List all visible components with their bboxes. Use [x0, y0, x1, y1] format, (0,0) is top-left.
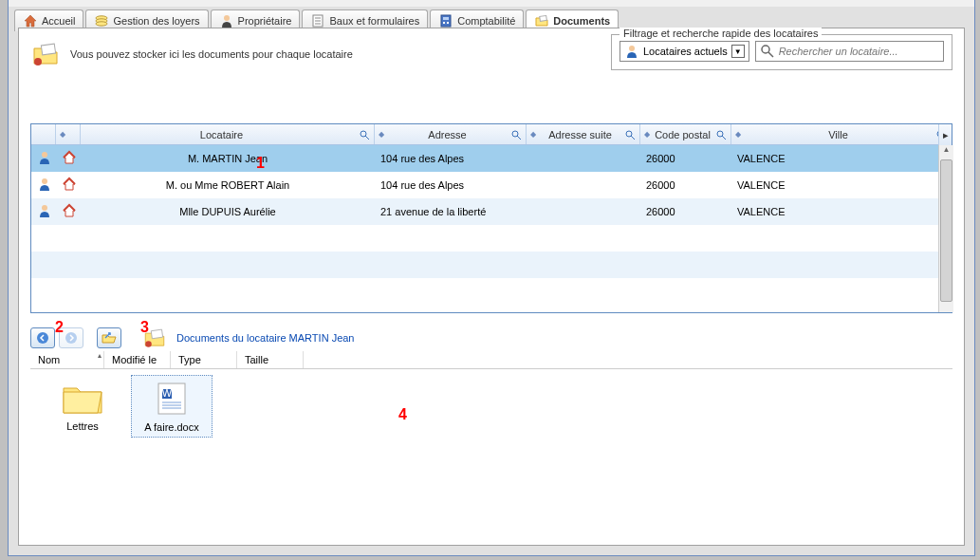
nav-back-button[interactable] — [30, 327, 55, 348]
folder-icon — [60, 379, 105, 417]
svg-text:W: W — [162, 387, 173, 399]
svg-line-17 — [768, 52, 773, 57]
filter-box: Filtrage et recherche rapide des locatai… — [611, 34, 952, 70]
scroll-up-icon[interactable]: ▲ — [939, 145, 953, 159]
tab-label: Propriétaire — [238, 15, 292, 27]
svg-rect-33 — [151, 329, 162, 339]
svg-point-3 — [224, 15, 230, 21]
search-icon[interactable] — [359, 129, 370, 140]
svg-point-15 — [629, 46, 635, 51]
dropdown-value: Locataires actuels — [643, 46, 728, 57]
svg-rect-9 — [443, 17, 449, 20]
svg-rect-13 — [41, 44, 55, 55]
svg-point-14 — [34, 58, 42, 65]
col-ville[interactable]: ◆Ville — [731, 124, 952, 144]
user-icon — [37, 150, 52, 165]
svg-rect-10 — [443, 22, 445, 24]
money-icon — [94, 13, 109, 28]
file-item-label: Lettres — [46, 420, 120, 432]
search-icon — [760, 44, 775, 59]
table-row-empty — [31, 252, 952, 278]
search-icon[interactable] — [715, 129, 727, 140]
word-doc-icon: W — [149, 380, 194, 418]
svg-point-29 — [42, 178, 47, 184]
form-icon — [310, 13, 325, 28]
svg-point-30 — [42, 205, 47, 211]
documents-path-title: Documents du locataire MARTIN Jean — [176, 332, 355, 344]
home-icon — [23, 13, 38, 28]
content-pane: Vous pouvez stocker ici les documents po… — [18, 28, 965, 546]
table-row[interactable]: Mlle DUPUIS Aurélie 21 avenue de la libe… — [31, 198, 952, 225]
nav-forward-button[interactable] — [59, 327, 83, 348]
app-window: Accueil Gestion des loyers Propriétaire … — [8, 0, 975, 556]
search-box[interactable] — [755, 41, 944, 62]
svg-line-23 — [631, 136, 635, 140]
tab-label: Gestion des loyers — [113, 15, 199, 27]
col-icon1[interactable] — [31, 124, 56, 144]
arrow-right-icon — [64, 330, 79, 345]
col-adresse-suite[interactable]: ◆Adresse suite — [527, 124, 640, 144]
col-modifie[interactable]: Modifié le — [104, 351, 171, 368]
open-folder-icon — [101, 330, 118, 345]
svg-rect-11 — [447, 22, 449, 24]
svg-point-28 — [42, 152, 47, 158]
user-icon — [37, 177, 52, 192]
documents-pane: Documents du locataire MARTIN Jean Nom M… — [30, 325, 952, 539]
grid-header: ◆ Locataire ◆Adresse ◆Adresse suite ◆Cod… — [31, 124, 952, 145]
filter-title: Filtrage et recherche rapide des locatai… — [619, 28, 822, 39]
file-item-folder[interactable]: Lettres — [42, 375, 123, 436]
filter-dropdown[interactable]: Locataires actuels ▼ — [619, 41, 749, 62]
file-item-docx[interactable]: W A faire.docx — [131, 375, 213, 438]
tab-label: Documents — [553, 15, 610, 27]
folder-docs-icon — [142, 326, 167, 350]
columns-more-icon[interactable]: ▸ — [938, 124, 952, 145]
svg-line-25 — [722, 136, 726, 140]
grid-body: M. MARTIN Jean 104 rue des Alpes 26000 V… — [31, 145, 952, 312]
svg-rect-8 — [441, 15, 451, 27]
search-icon[interactable] — [624, 129, 636, 140]
table-row[interactable]: M. ou Mme ROBERT Alain 104 rue des Alpes… — [31, 172, 952, 198]
user-icon — [37, 203, 52, 218]
svg-point-34 — [145, 341, 152, 347]
col-nom[interactable]: Nom — [30, 351, 104, 368]
svg-point-32 — [65, 332, 77, 344]
col-adresse[interactable]: ◆Adresse — [375, 124, 527, 144]
svg-point-16 — [762, 46, 769, 53]
col-locataire[interactable]: Locataire — [81, 124, 375, 144]
tab-label: Accueil — [42, 15, 75, 27]
tab-label: Baux et formulaires — [329, 15, 419, 27]
info-text: Vous pouvez stocker ici les documents po… — [70, 47, 353, 61]
table-row[interactable]: M. MARTIN Jean 104 rue des Alpes 26000 V… — [31, 145, 952, 172]
col-type[interactable]: Type — [171, 351, 237, 368]
search-icon[interactable] — [510, 129, 522, 140]
open-folder-button[interactable] — [97, 327, 121, 348]
svg-rect-12 — [540, 15, 547, 21]
owner-icon — [219, 13, 234, 28]
documents-icon — [534, 13, 549, 28]
info-left: Vous pouvez stocker ici les documents po… — [30, 38, 353, 70]
nav-row: Documents du locataire MARTIN Jean — [30, 325, 952, 351]
user-icon — [624, 44, 639, 59]
house-icon — [62, 203, 77, 218]
search-input[interactable] — [779, 46, 939, 57]
col-code-postal[interactable]: ◆Code postal — [640, 124, 731, 144]
file-item-label: A faire.docx — [136, 421, 208, 433]
col-icon2[interactable]: ◆ — [56, 124, 81, 144]
svg-line-19 — [365, 136, 369, 140]
col-taille[interactable]: Taille — [237, 351, 304, 368]
file-area[interactable]: Lettres W A faire.docx — [30, 369, 952, 540]
scrollbar-vertical[interactable]: ▲ — [938, 145, 953, 312]
scroll-thumb[interactable] — [940, 159, 952, 302]
table-row-empty — [31, 225, 952, 252]
table-row-empty — [31, 278, 952, 305]
folder-docs-icon — [30, 39, 61, 69]
calc-icon — [438, 13, 453, 28]
svg-point-31 — [37, 332, 48, 344]
house-icon — [62, 177, 77, 192]
tab-label: Comptabilité — [457, 15, 515, 27]
tenants-grid: ◆ Locataire ◆Adresse ◆Adresse suite ◆Cod… — [30, 123, 952, 313]
file-list-header: Nom Modifié le Type Taille — [30, 351, 952, 369]
svg-line-21 — [517, 136, 521, 140]
menubar — [9, 0, 974, 7]
chevron-down-icon: ▼ — [731, 45, 745, 58]
